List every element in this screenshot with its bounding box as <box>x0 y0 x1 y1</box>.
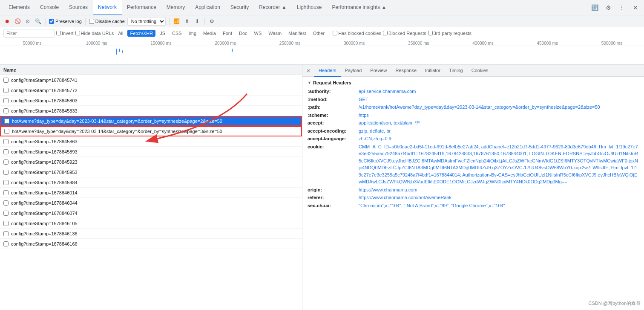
request-checkbox[interactable] <box>3 149 9 154</box>
has-blocked-cookies-label[interactable]: Has blocked cookies <box>333 31 381 36</box>
request-checkbox[interactable] <box>3 78 9 83</box>
filter-fetch-xhr-btn[interactable]: Fetch/XHR <box>127 30 155 37</box>
disable-cache-label[interactable]: Disable cache <box>89 19 125 24</box>
filter-media-btn[interactable]: Media <box>201 30 218 37</box>
third-party-checkbox[interactable] <box>428 31 433 35</box>
has-blocked-cookies-checkbox[interactable] <box>333 31 337 35</box>
settings-icon[interactable]: ⚙ <box>603 3 613 13</box>
request-checkbox[interactable] <box>3 170 9 175</box>
request-checkbox[interactable] <box>3 200 9 206</box>
filter-all-btn[interactable]: All <box>115 30 126 37</box>
details-tab-response[interactable]: Response <box>391 65 421 77</box>
request-name: config?timeStamp=1678845863 <box>11 139 299 144</box>
preserve-log-label[interactable]: Preserve log <box>49 19 82 24</box>
timeline-bars <box>0 46 644 61</box>
header-row: sec-ch-ua: "Chromium";v="104", " Not A;B… <box>308 202 639 209</box>
filter-img-btn[interactable]: Img <box>186 30 199 37</box>
request-row[interactable]: config?timeStamp=1678845863 <box>0 136 302 147</box>
request-row[interactable]: config?timeStamp=1678845772 <box>0 85 302 96</box>
close-devtools-icon[interactable]: ✕ <box>630 3 641 13</box>
details-tab-cookies[interactable]: Cookies <box>467 65 493 77</box>
preserve-log-checkbox[interactable] <box>49 19 54 24</box>
filter-doc-btn[interactable]: Doc <box>236 30 250 37</box>
timeline-bar-4 <box>232 49 233 52</box>
hide-data-urls-checkbox[interactable] <box>75 31 80 35</box>
request-checkbox[interactable] <box>4 119 9 124</box>
request-checkbox[interactable] <box>3 98 9 103</box>
badge-icon[interactable]: 🔢 <box>589 3 600 13</box>
request-checkbox[interactable] <box>3 190 9 195</box>
tab-console[interactable]: Console <box>35 0 64 15</box>
more-network-icon[interactable]: ⚙ <box>208 17 216 25</box>
details-close-btn[interactable]: × <box>304 67 313 75</box>
details-content[interactable]: Request Headers:authority: api-service.c… <box>302 77 644 310</box>
request-row[interactable]: config?timeStamp=1678845984 <box>0 177 302 188</box>
request-row[interactable]: config?timeStamp=1678845953 <box>0 167 302 177</box>
wifi-icon[interactable]: 📶 <box>173 17 181 25</box>
request-checkbox[interactable] <box>3 108 9 113</box>
tab-lighthouse[interactable]: Lighthouse <box>292 0 327 15</box>
request-row[interactable]: config?timeStamp=1678845803 <box>0 96 302 106</box>
request-row[interactable]: config?timeStamp=1678846074 <box>0 208 302 218</box>
tab-security[interactable]: Security <box>225 0 254 15</box>
clear-btn[interactable]: 🚫 <box>14 17 21 25</box>
third-party-label[interactable]: 3rd-party requests <box>428 31 472 36</box>
details-tab-timing[interactable]: Timing <box>445 65 467 77</box>
invert-checkbox[interactable] <box>56 31 61 35</box>
hide-data-urls-label[interactable]: Hide data URLs <box>75 31 114 36</box>
more-icon[interactable]: ⋮ <box>617 3 627 13</box>
request-row[interactable]: config?timeStamp=1678846136 <box>0 229 302 239</box>
invert-label[interactable]: Invert <box>56 31 74 36</box>
request-row[interactable]: config?timeStamp=1678846044 <box>0 198 302 208</box>
request-row[interactable]: config?timeStamp=1678845833 <box>0 106 302 116</box>
request-checkbox[interactable] <box>3 231 9 236</box>
filter-ws-btn[interactable]: WS <box>252 30 264 37</box>
requests-list[interactable]: config?timeStamp=1678845741config?timeSt… <box>0 75 302 310</box>
details-tab-preview[interactable]: Preview <box>366 65 391 77</box>
tab-application[interactable]: Application <box>190 0 225 15</box>
filter-icon[interactable]: ⊙ <box>24 17 32 25</box>
request-checkbox[interactable] <box>3 159 9 165</box>
request-row[interactable]: config?timeStamp=1678846105 <box>0 218 302 229</box>
tab-sources[interactable]: Sources <box>64 0 93 15</box>
disable-cache-checkbox[interactable] <box>89 19 94 24</box>
request-row[interactable]: config?timeStamp=1678845923 <box>0 157 302 167</box>
blocked-requests-checkbox[interactable] <box>383 31 388 35</box>
request-row[interactable]: hotAweme?day_type=day&day=2023-03-14&sta… <box>0 116 302 126</box>
filter-font-btn[interactable]: Font <box>220 30 235 37</box>
details-tab-initiator[interactable]: Initiator <box>421 65 445 77</box>
tab-recorder[interactable]: Recorder ▲ <box>254 0 292 15</box>
request-checkbox[interactable] <box>3 221 9 226</box>
tab-performance[interactable]: Performance <box>122 0 161 15</box>
request-row[interactable]: config?timeStamp=1678846014 <box>0 188 302 198</box>
request-checkbox[interactable] <box>3 241 9 246</box>
throttle-select[interactable]: No throttling Fast 3G Slow 3G Offline <box>127 17 166 26</box>
requests-header-name: Name <box>3 67 299 72</box>
request-checkbox[interactable] <box>3 139 9 144</box>
tab-elements[interactable]: Elements <box>3 0 35 15</box>
request-row[interactable]: config?timeStamp=1678846166 <box>0 239 302 249</box>
details-tab-payload[interactable]: Payload <box>341 65 366 77</box>
filter-input[interactable] <box>3 29 55 38</box>
filter-other-btn[interactable]: Other <box>310 30 328 37</box>
filter-css-btn[interactable]: CSS <box>170 30 184 37</box>
filter-manifest-btn[interactable]: Manifest <box>286 30 309 37</box>
request-checkbox[interactable] <box>4 129 9 134</box>
tab-perf-insights[interactable]: Performance insights ▲ <box>327 0 392 15</box>
details-tab-headers[interactable]: Headers <box>314 65 341 77</box>
request-checkbox[interactable] <box>3 88 9 93</box>
request-row[interactable]: hotAweme?day_type=day&day=2023-03-14&sta… <box>0 126 302 136</box>
request-row[interactable]: config?timeStamp=1678845893 <box>0 147 302 157</box>
request-checkbox[interactable] <box>3 211 9 216</box>
search-btn[interactable]: 🔍 <box>34 17 42 25</box>
blocked-requests-label[interactable]: Blocked Requests <box>383 31 426 36</box>
request-row[interactable]: config?timeStamp=1678845741 <box>0 75 302 85</box>
filter-wasm-btn[interactable]: Wasm <box>266 30 284 37</box>
download-icon[interactable]: ⬇ <box>193 17 201 25</box>
tab-memory[interactable]: Memory <box>161 0 190 15</box>
tab-network[interactable]: Network <box>93 0 122 15</box>
request-checkbox[interactable] <box>3 180 9 185</box>
record-btn[interactable]: ⏺ <box>3 17 11 25</box>
filter-js-btn[interactable]: JS <box>157 30 168 37</box>
upload-icon[interactable]: ⬆ <box>183 17 191 25</box>
